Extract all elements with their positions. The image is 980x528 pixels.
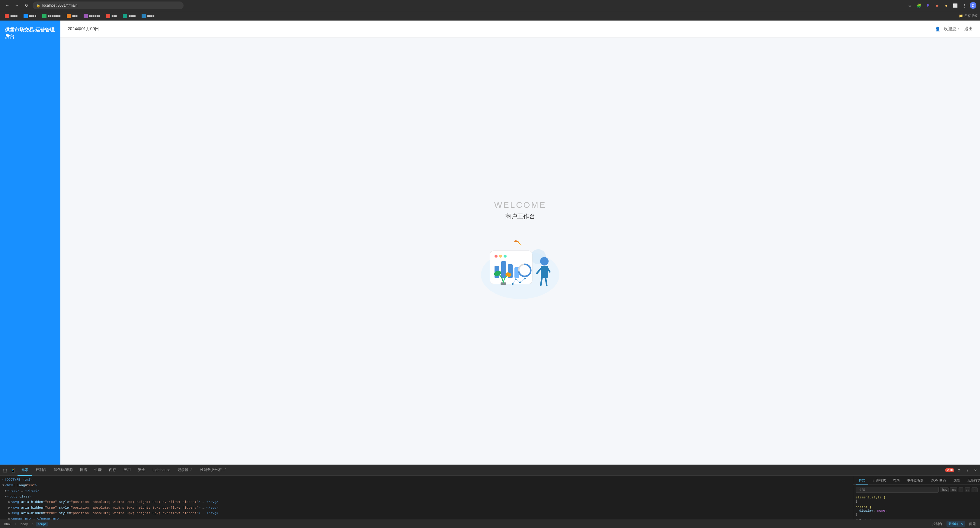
cls-button[interactable]: .cls <box>950 487 957 492</box>
browser-chrome: ← → ↻ 🔒 localhost:8081/#/main ☆ 🧩 F ★ ● … <box>0 0 980 11</box>
page-header: 2024年01月09日 👤 欢迎您： 退出 <box>60 21 980 37</box>
device-icon-button[interactable]: 📱 <box>9 467 18 474</box>
close-new-features-button[interactable]: ✕ <box>960 522 963 526</box>
inspect-icon-button[interactable]: ⬚ <box>1 467 9 474</box>
element-style-rule: element.style { } <box>856 496 978 503</box>
welcome-area: WELCOME 商户工作台 <box>60 37 980 464</box>
styles-search-bar: :hov .cls + ⬚ ⋮ <box>856 487 978 493</box>
logout-button[interactable]: 退出 <box>964 26 973 32</box>
bookmark-6[interactable]: ■■■ <box>103 13 119 19</box>
devtools-panel: ⬚ 📱 元素 控制台 源代码/来源 网络 性能 内存 应用 安全 Lightho… <box>0 464 980 528</box>
welcome-subtitle: 商户工作台 <box>505 212 535 220</box>
styles-tab-event-listeners[interactable]: 事件监听器 <box>904 477 927 485</box>
devtools-bottom-bar: html › body › script 控制台 新功能 ✕ 问题 <box>0 520 980 528</box>
bookmark-7[interactable]: ■■■■ <box>121 13 138 19</box>
svg-point-5 <box>504 255 507 258</box>
bookmark-2[interactable]: ■■■■ <box>21 13 39 19</box>
bottom-tab-issues[interactable]: 问题 <box>967 521 978 527</box>
styles-filter-input[interactable] <box>856 487 939 493</box>
add-rule-button[interactable]: + <box>959 487 963 492</box>
breadcrumb-body[interactable]: body <box>19 522 30 526</box>
bookmark-3[interactable]: ■■■■■■■ <box>40 13 63 19</box>
styles-tab-accessibility[interactable]: 无障碍功能 <box>964 477 980 485</box>
bottom-tab-console[interactable]: 控制台 <box>931 521 944 527</box>
url-text: localhost:8081/#/main <box>42 3 78 8</box>
html-line-head[interactable]: ▶<head> … </head> <box>0 488 853 494</box>
styles-tab-layout[interactable]: 布局 <box>890 477 903 485</box>
tab-console[interactable]: 控制台 <box>32 465 50 476</box>
extensions-icon[interactable]: 🧩 <box>915 2 923 9</box>
more-options-button[interactable]: ⋮ <box>964 467 971 474</box>
welcome-text: WELCOME <box>494 200 546 210</box>
devtools-right-icons: ✕ 10 ⚙ ⋮ ✕ <box>945 467 979 474</box>
lock-icon: 🔒 <box>36 4 40 8</box>
bookmark-5[interactable]: ■■■■■■ <box>81 13 102 19</box>
tab-performance[interactable]: 性能 <box>91 465 105 476</box>
styles-panel: 样式 计算样式 布局 事件监听器 DOM 断点 属性 无障碍功能 <box>853 476 980 520</box>
tab-perf-insights[interactable]: 性能数据分析 ↗ <box>197 465 230 476</box>
header-date: 2024年01月09日 <box>68 26 99 32</box>
devtools-tabs: ⬚ 📱 元素 控制台 源代码/来源 网络 性能 内存 应用 安全 Lightho… <box>0 465 980 476</box>
force-state-button[interactable]: ⋮ <box>972 487 978 492</box>
html-tree-panel: <!DOCTYPE html> ▼<html lang="en"> ▶<head… <box>0 476 853 520</box>
settings-icon-button[interactable]: ⚙ <box>956 467 963 474</box>
breadcrumb-script[interactable]: script <box>36 522 48 526</box>
styles-tab-properties[interactable]: 属性 <box>950 477 963 485</box>
html-line-noscript[interactable]: ▶<noscript> … </noscript> <box>0 516 853 520</box>
error-badge: ✕ 10 <box>945 468 955 472</box>
tab-lighthouse[interactable]: Lighthouse <box>149 465 174 476</box>
sidebar: 供需市场交易-运营管理后台 <box>0 21 60 464</box>
bottom-tab-new-features[interactable]: 新功能 ✕ <box>947 521 965 527</box>
tab-sources[interactable]: 源代码/来源 <box>50 465 76 476</box>
tab-elements[interactable]: 元素 <box>18 465 32 476</box>
back-button[interactable]: ← <box>4 2 11 9</box>
breadcrumb-html[interactable]: html <box>2 522 13 526</box>
tab-network[interactable]: 网络 <box>76 465 91 476</box>
styles-tab-styles[interactable]: 样式 <box>856 477 868 485</box>
html-line-doctype: <!DOCTYPE html> <box>0 477 853 483</box>
sidebar-title: 供需市场交易-运营管理后台 <box>0 21 60 46</box>
bookmark-8[interactable]: ■■■■ <box>139 13 157 19</box>
html-line-svg1[interactable]: ▶<svg aria-hidden="true" style="position… <box>0 499 853 505</box>
tab-memory[interactable]: 内存 <box>105 465 120 476</box>
styles-tab-dom-breakpoints[interactable]: DOM 断点 <box>928 477 949 485</box>
feedly-icon[interactable]: F <box>924 2 932 9</box>
ext3-icon[interactable]: ● <box>943 2 950 9</box>
svg-point-4 <box>499 255 502 258</box>
styles-tabs: 样式 计算样式 布局 事件监听器 DOM 断点 属性 无障碍功能 <box>853 476 980 485</box>
tab-security[interactable]: 安全 <box>134 465 149 476</box>
user-icon: 👤 <box>935 27 940 32</box>
html-line-svg2[interactable]: ▶<svg aria-hidden="true" style="position… <box>0 505 853 511</box>
app-wrapper: 供需市场交易-运营管理后台 2024年01月09日 👤 欢迎您： 退出 WELC… <box>0 21 980 464</box>
ext2-icon[interactable]: ★ <box>934 2 941 9</box>
address-bar[interactable]: 🔒 localhost:8081/#/main <box>33 2 184 10</box>
copy-element-button[interactable]: ⬚ <box>965 487 970 492</box>
main-content: 2024年01月09日 👤 欢迎您： 退出 WELCOME 商户工作台 <box>60 21 980 464</box>
html-line-html[interactable]: ▼<html lang="en"> <box>0 483 853 488</box>
header-right: 👤 欢迎您： 退出 <box>935 26 973 32</box>
devtools-body: <!DOCTYPE html> ▼<html lang="en"> ▶<head… <box>0 476 980 520</box>
forward-button[interactable]: → <box>13 2 21 9</box>
more-icon[interactable]: ⋮ <box>961 2 968 9</box>
styles-tab-computed[interactable]: 计算样式 <box>870 477 889 485</box>
profile-avatar[interactable]: D <box>970 2 976 9</box>
tab-recorder[interactable]: 记录器 ↗ <box>174 465 197 476</box>
browser-right-icons: ☆ 🧩 F ★ ● ⬜ ⋮ D <box>906 2 976 9</box>
html-line-svg3[interactable]: ▶<svg aria-hidden="true" style="position… <box>0 510 853 516</box>
bookmark-4[interactable]: ■■■ <box>64 13 80 19</box>
svg-rect-15 <box>541 266 548 278</box>
welcome-label: 欢迎您： <box>944 26 961 32</box>
tab-application[interactable]: 应用 <box>120 465 134 476</box>
pseudo-state-button[interactable]: :hov <box>940 487 948 492</box>
bookmark-1[interactable]: ■■■■ <box>2 13 20 19</box>
close-devtools-button[interactable]: ✕ <box>972 467 979 474</box>
svg-point-14 <box>540 257 549 265</box>
bookmarks-bar: ■■■■ ■■■■ ■■■■■■■ ■■■ ■■■■■■ ■■■ ■■■■ ■■… <box>0 11 980 21</box>
all-bookmarks-button[interactable]: 📁 所有书签 <box>959 14 978 18</box>
puzzle-icon[interactable]: ⬜ <box>951 2 959 9</box>
star-icon[interactable]: ☆ <box>906 2 913 9</box>
svg-point-3 <box>495 255 498 258</box>
styles-content: element.style { } script { display: none… <box>853 495 980 520</box>
html-line-body[interactable]: ▼<body class> <box>0 494 853 499</box>
reload-button[interactable]: ↻ <box>23 2 30 9</box>
